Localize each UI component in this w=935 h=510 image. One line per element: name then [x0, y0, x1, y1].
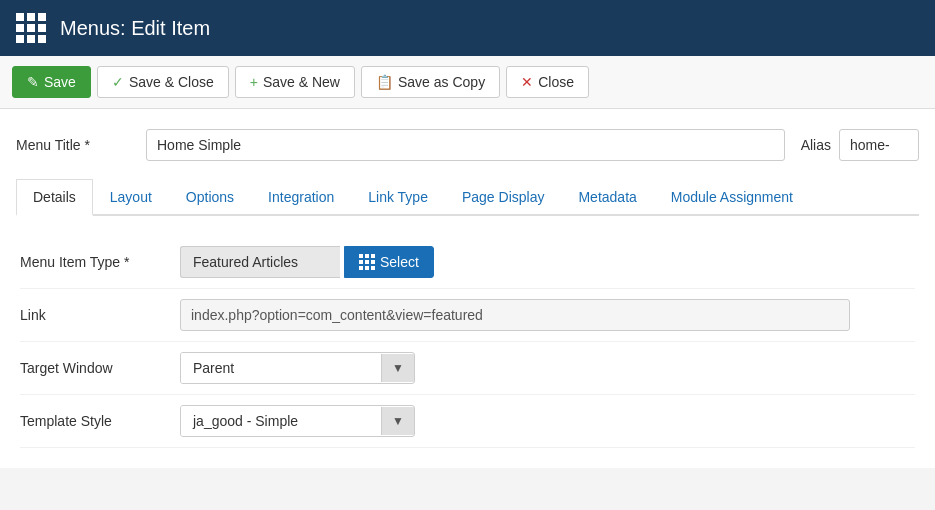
menu-title-label: Menu Title *: [16, 137, 146, 153]
page-title: Menus: Edit Item: [60, 17, 210, 40]
target-window-value: Parent: [181, 353, 381, 383]
grid-icon: [16, 13, 46, 43]
menu-title-input[interactable]: [146, 129, 785, 161]
alias-input[interactable]: [839, 129, 919, 161]
page-header: Menus: Edit Item: [0, 0, 935, 56]
details-tab-content: Menu Item Type * Featured Articles Selec…: [16, 236, 919, 448]
content-area: Menu Title * Alias Details Layout Option…: [0, 109, 935, 468]
template-style-label: Template Style: [20, 413, 180, 429]
link-row: Link: [20, 289, 915, 342]
select-button[interactable]: Select: [344, 246, 434, 278]
tab-options[interactable]: Options: [169, 179, 251, 214]
template-style-select[interactable]: ja_good - Simple ▼: [180, 405, 415, 437]
tab-link-type[interactable]: Link Type: [351, 179, 445, 214]
menu-item-type-row: Menu Item Type * Featured Articles Selec…: [20, 236, 915, 289]
link-label: Link: [20, 307, 180, 323]
save-new-button[interactable]: + Save & New: [235, 66, 355, 98]
save-button[interactable]: ✎ Save: [12, 66, 91, 98]
save-close-button[interactable]: ✓ Save & Close: [97, 66, 229, 98]
x-icon: ✕: [521, 74, 533, 90]
alias-label: Alias: [801, 137, 831, 153]
tab-bar: Details Layout Options Integration Link …: [16, 179, 919, 216]
tab-layout[interactable]: Layout: [93, 179, 169, 214]
template-style-value: ja_good - Simple: [181, 406, 381, 436]
template-style-arrow[interactable]: ▼: [381, 407, 414, 435]
select-grid-icon: [359, 254, 375, 270]
close-button[interactable]: ✕ Close: [506, 66, 589, 98]
tab-details[interactable]: Details: [16, 179, 93, 216]
check-icon: ✓: [112, 74, 124, 90]
tab-integration[interactable]: Integration: [251, 179, 351, 214]
copy-icon: 📋: [376, 74, 393, 90]
target-window-row: Target Window Parent ▼: [20, 342, 915, 395]
target-window-label: Target Window: [20, 360, 180, 376]
tab-module-assignment[interactable]: Module Assignment: [654, 179, 810, 214]
menu-title-row: Menu Title * Alias: [16, 129, 919, 161]
tab-page-display[interactable]: Page Display: [445, 179, 562, 214]
menu-item-type-value: Featured Articles Select: [180, 246, 434, 278]
link-input[interactable]: [180, 299, 850, 331]
template-style-row: Template Style ja_good - Simple ▼: [20, 395, 915, 448]
tab-metadata[interactable]: Metadata: [561, 179, 653, 214]
target-window-arrow[interactable]: ▼: [381, 354, 414, 382]
save-icon: ✎: [27, 74, 39, 90]
target-window-select[interactable]: Parent ▼: [180, 352, 415, 384]
menu-item-type-label: Menu Item Type *: [20, 254, 180, 270]
plus-icon: +: [250, 74, 258, 90]
save-copy-button[interactable]: 📋 Save as Copy: [361, 66, 500, 98]
toolbar: ✎ Save ✓ Save & Close + Save & New 📋 Sav…: [0, 56, 935, 109]
menu-item-type-text: Featured Articles: [180, 246, 340, 278]
